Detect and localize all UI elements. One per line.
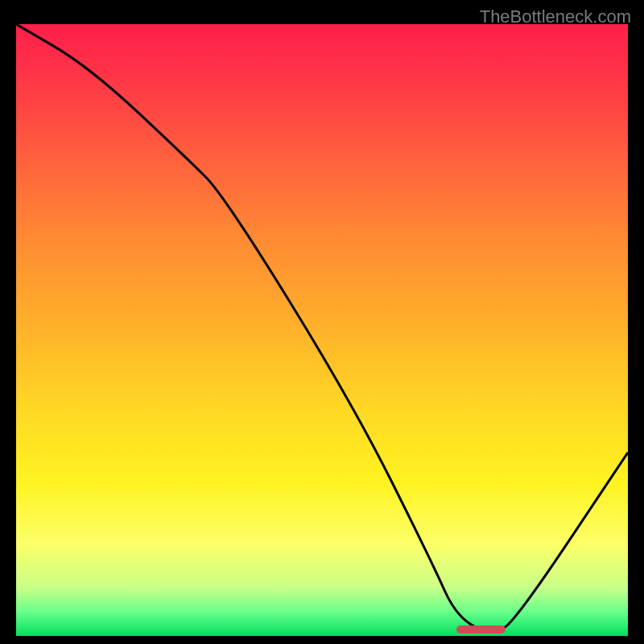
bottleneck-curve-path (16, 24, 628, 631)
optimal-marker (456, 625, 506, 634)
chart-line-svg (16, 24, 628, 636)
